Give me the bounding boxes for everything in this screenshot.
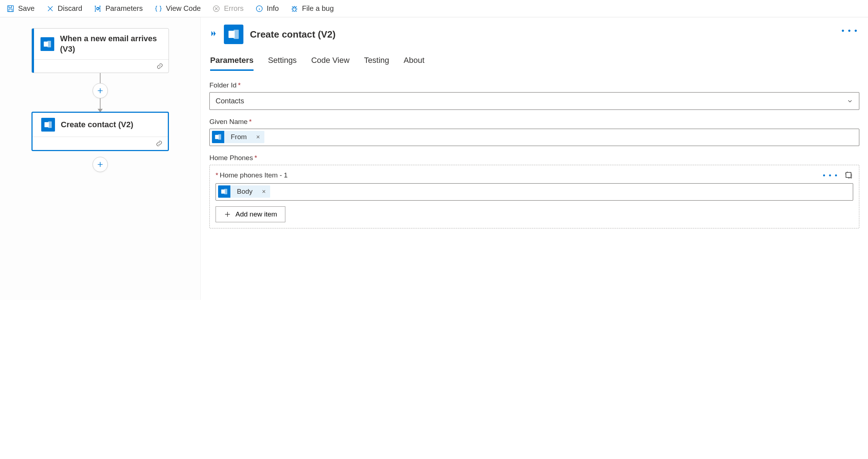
outlook-icon — [41, 118, 55, 132]
save-label: Save — [18, 4, 35, 13]
info-button[interactable]: Info — [255, 4, 279, 13]
collapse-panel-button[interactable] — [209, 30, 217, 39]
field-home-phones: Home Phones* *Home phones Item - 1 • • •… — [209, 154, 859, 228]
close-icon — [46, 5, 54, 13]
home-phones-array: *Home phones Item - 1 • • • Body × Ad — [209, 165, 859, 228]
errors-button[interactable]: Errors — [212, 4, 243, 13]
svg-rect-13 — [218, 134, 221, 140]
field-folder-id: Folder Id* Contacts — [209, 81, 859, 110]
svg-rect-7 — [47, 41, 51, 47]
link-icon[interactable] — [156, 140, 163, 147]
tab-code-view[interactable]: Code View — [311, 56, 349, 71]
action-node[interactable]: Create contact (V2) — [31, 112, 169, 151]
home-phones-item-label: *Home phones Item - 1 — [216, 171, 288, 179]
switch-mode-icon[interactable] — [844, 171, 853, 180]
given-name-label: Given Name* — [209, 118, 859, 126]
errors-label: Errors — [224, 4, 243, 13]
home-phones-label: Home Phones* — [209, 154, 859, 162]
file-bug-button[interactable]: File a bug — [290, 4, 334, 13]
view-code-button[interactable]: View Code — [154, 4, 201, 13]
tab-settings[interactable]: Settings — [268, 56, 297, 71]
panel-title: Create contact (V2) — [250, 29, 336, 40]
add-new-item-button[interactable]: Add new item — [216, 206, 285, 222]
trigger-node[interactable]: When a new email arrives (V3) — [31, 28, 169, 73]
plus-icon — [224, 211, 231, 218]
outlook-icon — [218, 185, 230, 198]
discard-label: Discard — [58, 4, 82, 13]
svg-rect-14 — [846, 172, 851, 177]
folder-id-label: Folder Id* — [209, 81, 859, 89]
link-icon[interactable] — [156, 63, 163, 70]
field-given-name: Given Name* From × — [209, 118, 859, 146]
toolbar: Save Discard Parameters View Code Errors… — [0, 0, 868, 17]
details-panel: • • • Create contact (V2) Parameters Set… — [201, 17, 868, 300]
workflow-canvas: When a new email arrives (V3) Create con… — [0, 17, 201, 300]
tab-parameters[interactable]: Parameters — [210, 56, 254, 71]
trigger-title: When a new email arrives (V3) — [60, 34, 162, 54]
folder-id-select[interactable]: Contacts — [209, 92, 859, 110]
save-icon — [7, 5, 14, 13]
given-name-input[interactable]: From × — [209, 129, 859, 146]
parameters-label: Parameters — [105, 4, 142, 13]
svg-rect-11 — [234, 30, 239, 39]
add-step-button[interactable] — [93, 83, 108, 98]
at-parameters-icon — [94, 5, 102, 13]
chevron-down-icon — [847, 98, 853, 104]
svg-rect-16 — [224, 189, 227, 194]
svg-rect-0 — [8, 5, 14, 12]
action-title: Create contact (V2) — [61, 120, 133, 130]
token-body[interactable]: Body × — [218, 185, 270, 198]
outlook-icon — [41, 37, 54, 51]
info-label: Info — [267, 4, 279, 13]
braces-icon — [154, 5, 162, 13]
tab-about[interactable]: About — [404, 56, 425, 71]
info-icon — [255, 5, 263, 13]
connector — [16, 72, 184, 112]
save-button[interactable]: Save — [7, 4, 35, 13]
token-remove-button[interactable]: × — [258, 188, 270, 196]
svg-rect-1 — [9, 9, 12, 11]
main-area: When a new email arrives (V3) Create con… — [0, 17, 868, 300]
view-code-label: View Code — [166, 4, 201, 13]
panel-more-menu[interactable]: • • • — [842, 26, 858, 35]
tab-testing[interactable]: Testing — [364, 56, 389, 71]
outlook-icon — [212, 131, 224, 143]
discard-button[interactable]: Discard — [46, 4, 82, 13]
token-from[interactable]: From × — [212, 131, 264, 143]
outlook-icon — [224, 25, 243, 44]
home-phones-item-input[interactable]: Body × — [216, 183, 853, 201]
error-icon — [212, 5, 220, 13]
bug-icon — [290, 5, 298, 13]
item-more-menu[interactable]: • • • — [823, 171, 838, 180]
parameters-button[interactable]: Parameters — [94, 4, 142, 13]
token-remove-button[interactable]: × — [252, 133, 264, 141]
panel-tabs: Parameters Settings Code View Testing Ab… — [209, 56, 859, 71]
svg-point-5 — [293, 7, 296, 11]
add-step-button-tail[interactable] — [93, 157, 108, 172]
file-bug-label: File a bug — [302, 4, 334, 13]
folder-id-value: Contacts — [216, 97, 244, 105]
svg-rect-9 — [48, 121, 52, 128]
